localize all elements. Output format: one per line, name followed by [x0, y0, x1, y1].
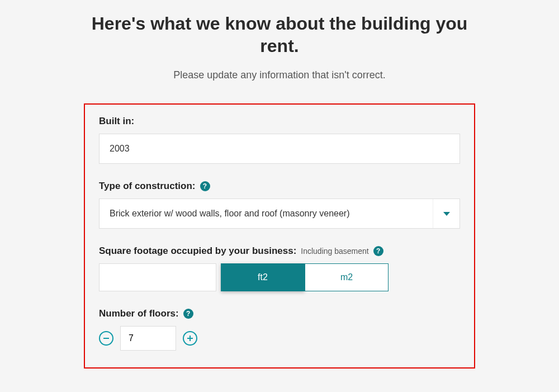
- plus-icon: [187, 335, 193, 342]
- built-in-label: Built in:: [99, 116, 134, 127]
- svg-rect-0: [103, 338, 109, 339]
- sqft-input[interactable]: [99, 263, 216, 291]
- floors-label: Number of floors:: [99, 308, 179, 319]
- building-form: Built in: Type of construction: ? Brick …: [84, 103, 475, 369]
- construction-select-caret[interactable]: [433, 199, 459, 228]
- construction-select[interactable]: Brick exterior w/ wood walls, floor and …: [99, 199, 460, 229]
- floors-increment-button[interactable]: [183, 331, 197, 346]
- construction-label: Type of construction:: [99, 181, 196, 192]
- help-icon[interactable]: ?: [200, 181, 210, 191]
- page-subtitle: Please update any information that isn't…: [0, 69, 559, 81]
- page-title: Here's what we know about the building y…: [78, 12, 481, 57]
- unit-m2-button[interactable]: m2: [305, 263, 389, 291]
- minus-icon: [103, 335, 110, 342]
- chevron-down-icon: [443, 212, 450, 216]
- field-floors: Number of floors: ?: [99, 308, 460, 351]
- unit-ft2-button[interactable]: ft2: [221, 263, 305, 291]
- help-icon[interactable]: ?: [373, 246, 383, 256]
- field-construction: Type of construction: ? Brick exterior w…: [99, 181, 460, 229]
- built-in-input[interactable]: [99, 134, 460, 164]
- field-built-in: Built in:: [99, 116, 460, 164]
- floors-input[interactable]: [120, 326, 176, 351]
- field-sqft: Square footage occupied by your business…: [99, 245, 460, 291]
- construction-select-value: Brick exterior w/ wood walls, floor and …: [100, 199, 433, 228]
- sqft-hint: Including basement: [301, 247, 368, 256]
- sqft-label: Square footage occupied by your business…: [99, 245, 296, 257]
- floors-decrement-button[interactable]: [99, 331, 113, 346]
- svg-rect-2: [190, 336, 191, 341]
- help-icon[interactable]: ?: [183, 309, 193, 319]
